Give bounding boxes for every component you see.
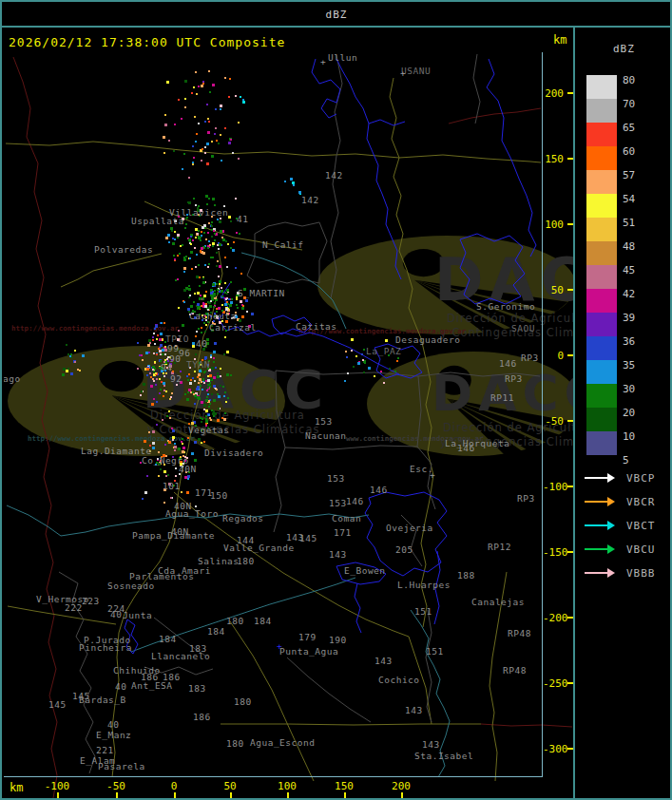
scale-color-block [586, 194, 617, 218]
map-place-label: 143 [405, 706, 423, 715]
map-place-label: 143 [422, 740, 440, 750]
right-axis-tick-label: 0 [543, 350, 564, 362]
legend-row: VBCT [585, 520, 670, 533]
map-place-label: Junta [123, 611, 152, 620]
map-place-label: Bardas_B [79, 695, 126, 705]
map-place-label: 190 [329, 636, 347, 645]
map-place-label: Sta.Isabel [414, 752, 473, 761]
scale-color-block [586, 313, 617, 336]
map-place-label: Uspallata [131, 217, 184, 226]
right-axis-tick-label: -150 [543, 546, 564, 559]
map-place-label: Pincheira [79, 643, 132, 653]
map-place-label: 40 [115, 682, 126, 692]
map-place-label: Sosneado [107, 581, 155, 591]
map-place-label: 153 [329, 499, 347, 508]
map-place-label: 40 [107, 720, 119, 730]
timestamp-label: 2026/02/12 17:38:00 UTC Composite [9, 35, 285, 49]
map-place-label: 180 [234, 697, 252, 707]
trajectory-arrow-icon [585, 477, 609, 479]
scale-value-label: 5 [623, 454, 647, 467]
map-place-label: Cacheuta [189, 312, 237, 321]
map-place-label: 146 [457, 444, 475, 453]
title-bar: dBZ [2, 2, 670, 26]
map-place-label: 179 [298, 633, 317, 642]
radar-map[interactable]: DACCDACCDACCDirección de Agriculturay Co… [4, 52, 573, 798]
bottom-axis-tick [174, 792, 176, 800]
bottom-axis-tick-label: -50 [97, 780, 135, 792]
map-place-label: 143 [374, 657, 393, 666]
right-axis-tick [567, 682, 573, 684]
map-place-label: 101 [163, 482, 181, 491]
map-place-label: 143 [329, 550, 347, 560]
map-place-label: 41 [237, 215, 248, 224]
right-axis-tick [567, 551, 573, 553]
map-place-label: 151 [414, 607, 432, 617]
bottom-axis-tick [230, 792, 232, 800]
map-place-label: Vegetas [188, 426, 230, 435]
map-place-label: N_Calif [262, 240, 304, 250]
map-place-label: Ovejeria [386, 524, 433, 533]
map-place-label: Pasarela [98, 762, 145, 771]
map-place-label: 180 [226, 739, 244, 749]
right-axis-tick [567, 92, 573, 94]
map-place-label: RP3 [517, 494, 535, 504]
map-place-label: 188 [457, 571, 475, 581]
map-place-label: Cochico [378, 676, 420, 685]
right-axis-tick [567, 158, 573, 160]
map-place-label: 150 [210, 491, 228, 501]
legend-row: VBCU [585, 543, 670, 557]
bottom-axis-tick [57, 792, 59, 800]
map-place-label: 221 [96, 746, 114, 755]
right-axis-tick [567, 748, 573, 750]
map-place-label: 153 [327, 474, 345, 484]
map-place-label: Nacunan [305, 431, 347, 441]
map-place-label: 94 [161, 363, 172, 372]
right-axis-tick-label: 50 [543, 284, 564, 296]
map-place-label: 184 [207, 627, 225, 637]
right-axis-tick [567, 617, 573, 619]
legend-label: VBCU [626, 543, 656, 556]
scale-color-block [586, 99, 617, 123]
right-axis-tick-label: -50 [543, 415, 564, 428]
map-place-label: 142 [325, 171, 343, 181]
right-axis-tick-label: -300 [543, 743, 564, 755]
right-axis-tick [567, 354, 573, 356]
right-axis-tick [567, 223, 573, 225]
scale-value-label: 30 [623, 383, 647, 395]
scale-value-label: 51 [623, 217, 647, 229]
map-place-label: TYAN [186, 360, 210, 370]
map-place-label: 40 [196, 339, 207, 349]
map-place-label: + [400, 68, 406, 78]
map-place-label: Regados [222, 514, 264, 524]
radar-window: dBZ 2026/02/12 17:38:00 UTC Composite km… [0, 0, 672, 800]
bottom-axis-tick-label: 150 [325, 780, 363, 792]
map-place-label: La_Horqueta [445, 439, 509, 448]
map-place-label: Carrizal [209, 323, 257, 333]
map-place-label: RP48 [508, 629, 531, 638]
scale-color-block [586, 75, 617, 99]
road-lines [6, 78, 541, 781]
scale-color-block [586, 431, 617, 455]
map-place-label: 145 [299, 534, 317, 543]
scale-color-block [586, 146, 617, 170]
color-scale-panel: dBZ 807065605754514845423936353020105 VB… [575, 28, 672, 798]
map-place-label: 180 [226, 617, 244, 626]
map-place-label: + [320, 57, 326, 67]
map-place-label: + [430, 470, 435, 480]
map-place-label: 180 [237, 557, 255, 566]
map-place-label: 99 [167, 344, 179, 353]
map-place-label: S.Geronimo [476, 302, 535, 312]
map-place-label: 40N [171, 527, 189, 537]
map-place-label: + [277, 641, 282, 651]
scale-color-block [586, 289, 617, 313]
right-axis-tick-label: -100 [543, 481, 564, 493]
bottom-axis-unit: km [10, 781, 23, 794]
bottom-axis-tick-label: 50 [211, 780, 249, 792]
map-place-label: E_Bowen [344, 566, 386, 576]
map-place-label: 146 [370, 486, 388, 495]
scale-value-label: 36 [623, 335, 647, 348]
right-axis-tick-label: 150 [543, 153, 564, 165]
map-place-label: 142 [301, 196, 319, 205]
map-place-label: E_Manz [96, 731, 131, 740]
scale-value-label: 39 [623, 312, 647, 324]
